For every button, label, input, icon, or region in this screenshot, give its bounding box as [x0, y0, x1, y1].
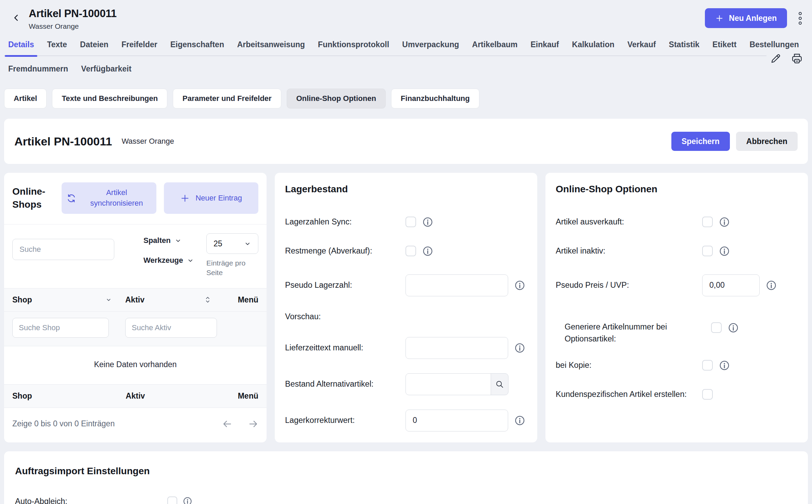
pseudo-preis-input[interactable]: [702, 274, 760, 296]
tab-fremdnummern[interactable]: Fremdnummern: [8, 62, 68, 76]
refresh-icon: [66, 193, 76, 203]
tab-details[interactable]: Details: [8, 38, 34, 56]
tab-freifelder[interactable]: Freifelder: [121, 38, 157, 56]
field-label: Bestand Alternativartikel:: [285, 378, 405, 390]
info-icon[interactable]: [514, 343, 525, 353]
filter-aktiv-input[interactable]: [125, 318, 217, 338]
online-shops-title: Online-Shops: [12, 185, 54, 211]
lagerbestand-panel: Lagerbestand Lagerzahlen Sync: Restmenge…: [275, 173, 537, 442]
column-header-aktiv[interactable]: Aktiv: [125, 295, 224, 305]
sync-articles-button[interactable]: Artikel synchronisieren: [62, 182, 156, 214]
info-icon[interactable]: [514, 415, 525, 426]
cancel-button[interactable]: Abbrechen: [736, 132, 798, 151]
auto-abgleich-checkbox[interactable]: [167, 496, 177, 504]
tab-verkauf[interactable]: Verkauf: [628, 38, 656, 56]
tab-einkauf[interactable]: Einkauf: [530, 38, 559, 56]
tab-eigenschaften[interactable]: Eigenschaften: [170, 38, 224, 56]
tab-kalkulation[interactable]: Kalkulation: [572, 38, 615, 56]
info-icon[interactable]: [766, 280, 777, 291]
article-card-title: Artikel PN-100011: [14, 135, 112, 148]
shops-table-footer-header: Shop Aktiv Menü: [4, 384, 267, 408]
pseudo-lagerzahl-input[interactable]: [405, 274, 508, 296]
more-menu-icon[interactable]: [797, 10, 803, 27]
sort-arrows-icon: [205, 296, 211, 304]
field-generiere-artikelnummer: Generiere Artikelnummer bei Optionsartik…: [556, 313, 798, 345]
pill-finanzbuchhaltung[interactable]: Finanzbuchhaltung: [391, 89, 479, 108]
shop-options-panel: Online-Shop Optionen Artikel ausverkauft…: [545, 173, 808, 442]
pagination-summary: Zeige 0 bis 0 von 0 Einträgen: [12, 419, 115, 428]
article-card: Artikel PN-100011 Wasser Orange Speicher…: [4, 119, 808, 164]
bei-kopie-checkbox[interactable]: [702, 360, 713, 371]
tab-texte[interactable]: Texte: [47, 38, 67, 56]
tab-statistik[interactable]: Statistik: [669, 38, 699, 56]
tab-dateien[interactable]: Dateien: [80, 38, 108, 56]
save-button[interactable]: Speichern: [671, 132, 730, 151]
tab-etikett[interactable]: Etikett: [712, 38, 736, 56]
lagerbestand-title: Lagerbestand: [285, 184, 527, 195]
field-bei-kopie: bei Kopie:: [556, 359, 798, 371]
info-icon[interactable]: [514, 280, 525, 291]
info-icon[interactable]: [728, 322, 739, 333]
lagerkorrekturwert-input[interactable]: [405, 410, 508, 431]
chevron-down-icon: [244, 240, 251, 247]
bestand-alternativartikel-input[interactable]: [405, 373, 491, 395]
field-artikel-ausverkauft: Artikel ausverkauft:: [556, 216, 798, 228]
pagination: Zeige 0 bis 0 von 0 Einträgen: [4, 408, 267, 441]
kundenspezifisch-checkbox[interactable]: [702, 389, 713, 400]
pill-parameter-und-freifelder[interactable]: Parameter und Freifelder: [173, 89, 281, 108]
tab-verfuegbarkeit[interactable]: Verfügbarkeit: [81, 62, 131, 76]
info-icon[interactable]: [422, 217, 433, 228]
search-input[interactable]: [12, 239, 114, 260]
column-header-shop[interactable]: Shop: [12, 295, 125, 305]
field-label: Lagerkorrekturwert:: [285, 414, 405, 426]
field-restmenge: Restmenge (Abverkauf):: [285, 245, 527, 257]
field-pseudo-lagerzahl: Pseudo Lagerzahl:: [285, 274, 527, 296]
field-kundenspezifischer-artikel: Kundenspezifischen Artikel erstellen:: [556, 388, 798, 400]
printer-icon[interactable]: [791, 52, 803, 65]
previous-page-icon[interactable]: [222, 419, 232, 429]
artikel-inaktiv-checkbox[interactable]: [702, 246, 713, 256]
columns-dropdown[interactable]: Spalten: [143, 236, 194, 245]
auftragsimport-panel: Auftragsimport Einstellungen Auto-Abglei…: [4, 451, 808, 504]
back-button[interactable]: [9, 10, 24, 25]
tab-umverpackung[interactable]: Umverpackung: [402, 38, 459, 56]
field-label: Pseudo Preis / UVP:: [556, 279, 702, 291]
tab-funktionsprotokoll[interactable]: Funktionsprotokoll: [318, 38, 389, 56]
pencil-icon[interactable]: [770, 52, 782, 65]
pill-online-shop-optionen[interactable]: Online-Shop Optionen: [287, 89, 386, 108]
tools-dropdown[interactable]: Werkzeuge: [143, 256, 194, 265]
generiere-artikelnummer-checkbox[interactable]: [711, 322, 722, 333]
article-card-subtitle: Wasser Orange: [121, 137, 174, 146]
plus-icon: [180, 193, 190, 203]
page-size-caption: Einträge pro Seite: [206, 258, 258, 278]
magnifier-icon[interactable]: [491, 373, 508, 395]
tab-artikelbaum[interactable]: Artikelbaum: [472, 38, 518, 56]
info-icon[interactable]: [422, 246, 433, 257]
online-shops-panel: Online-Shops Artikel synchronisieren Neu…: [4, 173, 267, 442]
pill-texte-und-beschreibungen[interactable]: Texte und Beschreibungen: [52, 89, 167, 108]
new-create-button[interactable]: Neu Anlegen: [705, 8, 787, 28]
field-label: Pseudo Lagerzahl:: [285, 279, 405, 291]
tab-arbeitsanweisung[interactable]: Arbeitsanweisung: [237, 38, 305, 56]
info-icon[interactable]: [719, 360, 730, 371]
field-label: Lagerzahlen Sync:: [285, 216, 405, 228]
plus-icon: [715, 14, 724, 23]
info-icon[interactable]: [183, 496, 192, 504]
tab-bar: Details Texte Dateien Freifelder Eigensc…: [0, 38, 812, 76]
field-label: Lieferzeittext manuell:: [285, 342, 405, 354]
empty-state-text: Keine Daten vorhanden: [4, 346, 267, 384]
page-size-select[interactable]: 25: [206, 233, 258, 254]
next-page-icon[interactable]: [248, 419, 258, 429]
lieferzeittext-input[interactable]: [405, 337, 508, 359]
column-header-menu: Menü: [224, 295, 258, 305]
info-icon[interactable]: [719, 246, 730, 257]
pill-artikel[interactable]: Artikel: [4, 89, 47, 108]
new-entry-button[interactable]: Neuer Eintrag: [164, 182, 259, 214]
filter-shop-input[interactable]: [12, 318, 109, 338]
field-label: Artikel ausverkauft:: [556, 216, 702, 228]
field-label: Artikel inaktiv:: [556, 245, 702, 257]
restmenge-checkbox[interactable]: [405, 246, 416, 256]
info-icon[interactable]: [719, 217, 730, 228]
artikel-ausverkauft-checkbox[interactable]: [702, 217, 713, 227]
lagerzahlen-sync-checkbox[interactable]: [405, 217, 416, 227]
